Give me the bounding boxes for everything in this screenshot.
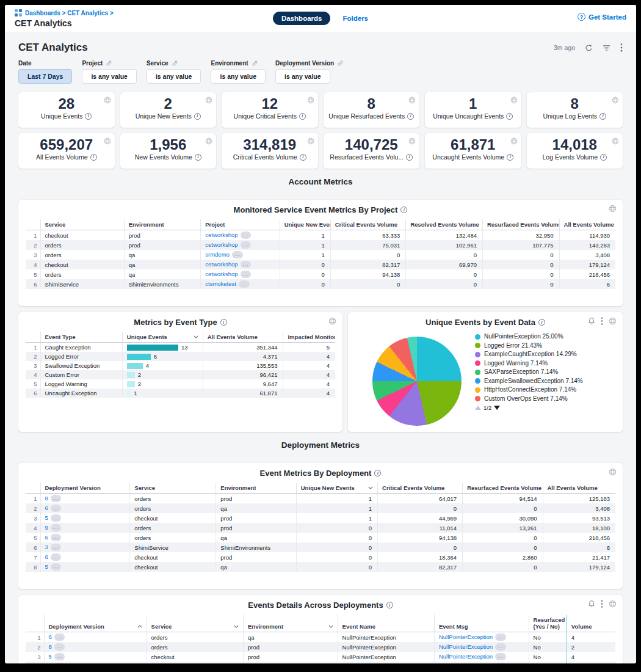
info-icon[interactable]: i: [300, 154, 306, 161]
ellipsis-pill[interactable]: ...: [51, 544, 62, 551]
cell-link[interactable]: 6: [49, 663, 52, 663]
refresh-icon[interactable]: [585, 44, 593, 52]
cell-link[interactable]: 5: [49, 653, 52, 660]
cell-link[interactable]: 8: [49, 643, 52, 650]
get-started-button[interactable]: ? Get Started: [578, 13, 626, 21]
column-header[interactable]: Environment: [216, 483, 296, 494]
cell-link[interactable]: NullPointerException: [439, 663, 493, 663]
column-header[interactable]: All Events Volume: [203, 332, 283, 343]
ellipsis-pill[interactable]: ...: [51, 524, 62, 531]
filter-value-button[interactable]: is any value: [211, 69, 266, 84]
column-header[interactable]: Volume: [567, 615, 615, 632]
column-header[interactable]: Resurfaced(Yes / No): [529, 615, 567, 632]
column-header[interactable]: Resurfaced Events Volume: [463, 483, 543, 494]
ellipsis-pill[interactable]: ...: [54, 634, 65, 641]
filter-value-button[interactable]: is any value: [147, 69, 201, 84]
column-header[interactable]: All Events Volume: [559, 219, 615, 230]
info-icon[interactable]: i: [220, 319, 227, 326]
globe-icon[interactable]: [307, 95, 314, 106]
breadcrumb-text[interactable]: Dashboards > CET Analytics >: [25, 10, 114, 16]
pie-chart[interactable]: [372, 337, 462, 426]
ellipsis-pill[interactable]: ...: [241, 232, 252, 239]
column-header[interactable]: Environment: [124, 219, 201, 230]
cell-link[interactable]: NullPointerException: [439, 643, 493, 650]
globe-icon[interactable]: [104, 95, 111, 106]
ellipsis-pill[interactable]: ...: [51, 505, 62, 512]
cell-link[interactable]: 9: [45, 524, 48, 531]
ellipsis-pill[interactable]: ...: [241, 241, 252, 249]
globe-icon[interactable]: [408, 136, 416, 147]
column-header[interactable]: Service: [130, 483, 216, 494]
kebab-icon[interactable]: [601, 317, 603, 325]
ellipsis-pill[interactable]: ...: [495, 663, 506, 663]
ellipsis-pill[interactable]: ...: [232, 251, 243, 258]
cell-link[interactable]: 6: [45, 553, 48, 560]
kebab-icon[interactable]: [601, 600, 603, 608]
ellipsis-pill[interactable]: ...: [241, 261, 252, 268]
cell-link[interactable]: cetworkshop: [205, 271, 237, 277]
legend-item[interactable]: ExampleSwallowedException 7.14%: [475, 378, 597, 385]
filter-icon[interactable]: [603, 45, 610, 51]
info-icon[interactable]: i: [406, 154, 413, 161]
column-header[interactable]: Resurfaced Events Volume: [482, 219, 559, 230]
ellipsis-pill[interactable]: ...: [239, 280, 250, 288]
globe-icon[interactable]: [328, 317, 336, 325]
globe-icon[interactable]: [205, 136, 212, 147]
legend-item[interactable]: Logged Warning 7.14%: [475, 360, 597, 368]
column-header[interactable]: Impacted Monitored Services: [283, 332, 335, 343]
globe-icon[interactable]: [609, 205, 617, 213]
info-icon[interactable]: i: [600, 154, 607, 161]
column-header[interactable]: Event Msg: [434, 615, 529, 632]
cell-link[interactable]: NullPointerException: [439, 653, 493, 660]
bell-icon[interactable]: [588, 600, 595, 608]
info-icon[interactable]: i: [506, 113, 513, 120]
cell-link[interactable]: cetworkshop: [205, 232, 237, 238]
ellipsis-pill[interactable]: ...: [51, 514, 62, 522]
info-icon[interactable]: i: [194, 113, 201, 120]
globe-icon[interactable]: [609, 468, 617, 476]
column-header[interactable]: Unique Events: [122, 332, 203, 343]
tab-folders[interactable]: Folders: [342, 15, 368, 22]
ellipsis-pill[interactable]: ...: [54, 653, 65, 660]
filter-value-button[interactable]: is any value: [82, 69, 137, 84]
column-header[interactable]: Unique New Ever: [280, 219, 330, 230]
globe-icon[interactable]: [205, 95, 212, 106]
legend-item[interactable]: SAXParseException 7.14%: [475, 368, 597, 376]
cell-link[interactable]: 5: [45, 563, 48, 570]
legend-item[interactable]: Logged Error 21.43%: [475, 342, 597, 350]
ellipsis-pill[interactable]: ...: [495, 643, 506, 651]
legend-item[interactable]: HttpHostConnectException 7.14%: [475, 386, 597, 394]
cell-link[interactable]: srmdemo: [205, 251, 230, 258]
globe-icon[interactable]: [609, 317, 617, 325]
info-icon[interactable]: i: [299, 113, 306, 120]
info-icon[interactable]: i: [599, 113, 606, 120]
globe-icon[interactable]: [510, 136, 518, 147]
column-header[interactable]: Service: [40, 219, 124, 230]
cell-link[interactable]: cetworkshop: [205, 261, 237, 268]
info-icon[interactable]: i: [85, 113, 92, 120]
info-icon[interactable]: i: [90, 154, 97, 161]
info-icon[interactable]: i: [374, 470, 381, 477]
legend-item[interactable]: ExampleCaughtException 14.29%: [475, 351, 597, 359]
column-header[interactable]: Event Name: [338, 615, 434, 632]
legend-page-up-icon[interactable]: [475, 406, 481, 410]
ellipsis-pill[interactable]: ...: [54, 663, 65, 663]
globe-icon[interactable]: [307, 136, 314, 147]
cell-link[interactable]: 5: [45, 514, 48, 521]
info-icon[interactable]: i: [386, 602, 393, 608]
globe-icon[interactable]: [612, 136, 619, 147]
legend-item[interactable]: NullPointerException 25.00%: [475, 333, 597, 341]
globe-icon[interactable]: [612, 95, 619, 106]
cell-link[interactable]: 6: [49, 634, 52, 640]
filter-value-button[interactable]: Last 7 Days: [18, 69, 72, 84]
cell-link[interactable]: ctsmoketest: [205, 280, 236, 287]
ellipsis-pill[interactable]: ...: [54, 643, 65, 651]
ellipsis-pill[interactable]: ...: [495, 634, 506, 641]
bell-icon[interactable]: [588, 317, 595, 325]
column-header[interactable]: Event Type: [40, 332, 122, 343]
ellipsis-pill[interactable]: ...: [241, 271, 252, 278]
cell-link[interactable]: NullPointerException: [439, 634, 493, 640]
ellipsis-pill[interactable]: ...: [495, 653, 506, 660]
column-header[interactable]: Critical Events Volume: [378, 483, 463, 494]
globe-icon[interactable]: [408, 95, 416, 106]
